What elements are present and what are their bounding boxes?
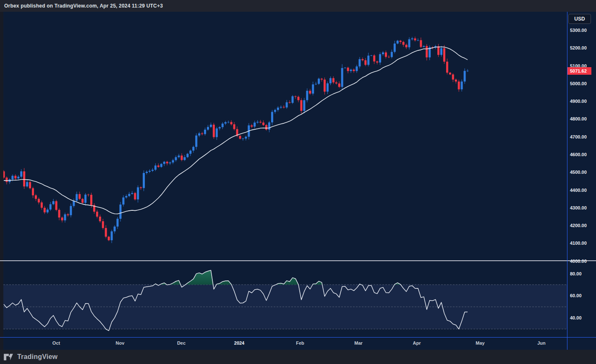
rsi-tick-label: 40.00 bbox=[570, 314, 582, 321]
price-tick-label: 4300.00 bbox=[570, 204, 587, 211]
rsi-tick-label: 80.00 bbox=[570, 270, 582, 277]
pane-resize-handle[interactable] bbox=[0, 260, 596, 261]
time-axis-label: Mar bbox=[354, 340, 363, 346]
currency-toggle-button[interactable]: USD bbox=[568, 14, 591, 24]
price-tick-label: 4800.00 bbox=[570, 115, 587, 122]
time-axis-label: Nov bbox=[116, 340, 125, 346]
time-axis-label: Apr bbox=[413, 340, 421, 346]
time-axis[interactable]: OctNovDec2024FebMarAprMayJun bbox=[0, 338, 567, 350]
time-axis-label: Feb bbox=[296, 340, 304, 346]
price-tick-label: 4200.00 bbox=[570, 222, 587, 229]
time-axis-label: Dec bbox=[177, 340, 186, 346]
candles bbox=[3, 37, 469, 243]
last-price-label: 5071.62 bbox=[567, 67, 591, 75]
price-tick-label: 5000.00 bbox=[570, 80, 587, 87]
price-tick-label: 5200.00 bbox=[570, 45, 587, 51]
time-axis-label: Oct bbox=[52, 340, 60, 346]
time-axis-label: May bbox=[476, 340, 484, 346]
price-tick-label: 4100.00 bbox=[570, 240, 587, 246]
tradingview-brand-text: TradingView bbox=[17, 353, 58, 361]
header-bar: Orbex published on TradingView.com, Apr … bbox=[0, 0, 596, 12]
price-tick-label: 4400.00 bbox=[570, 187, 587, 194]
price-axis[interactable]: USD 5300.005200.005100.005000.004900.004… bbox=[567, 12, 596, 337]
moving-average-line bbox=[4, 47, 468, 214]
chart-left-margin bbox=[0, 12, 3, 350]
chart-canvas[interactable] bbox=[0, 0, 596, 364]
price-tick-label: 4600.00 bbox=[570, 151, 587, 158]
footer-bar: TradingView bbox=[0, 350, 596, 364]
price-tick-label: 4000.00 bbox=[570, 258, 587, 264]
rsi-tick-label: 60.00 bbox=[570, 292, 582, 299]
publish-attribution-text: Orbex published on TradingView.com, Apr … bbox=[4, 3, 163, 9]
price-tick-label: 5300.00 bbox=[570, 27, 587, 34]
price-tick-label: 4500.00 bbox=[570, 169, 587, 175]
tradingview-icon bbox=[3, 352, 14, 361]
tradingview-logo-link[interactable]: TradingView bbox=[3, 352, 58, 361]
price-tick-label: 4900.00 bbox=[570, 98, 587, 105]
time-axis-label: Jun bbox=[537, 340, 546, 346]
price-tick-label: 4700.00 bbox=[570, 134, 587, 140]
time-axis-label: 2024 bbox=[234, 340, 244, 346]
